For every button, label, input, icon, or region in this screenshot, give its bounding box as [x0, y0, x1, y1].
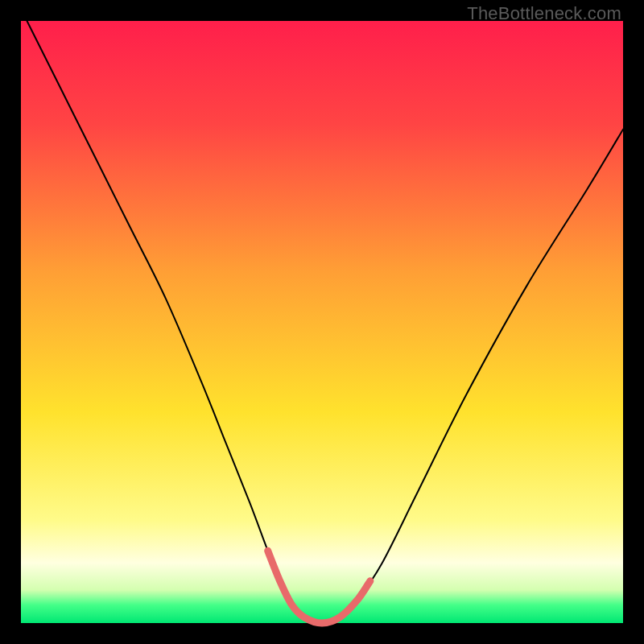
- watermark-text: TheBottleneck.com: [467, 3, 621, 24]
- sweet-spot-highlight: [268, 551, 370, 623]
- chart-svg: [21, 21, 623, 623]
- chart-frame: TheBottleneck.com: [0, 0, 644, 644]
- bottleneck-curve: [21, 9, 623, 623]
